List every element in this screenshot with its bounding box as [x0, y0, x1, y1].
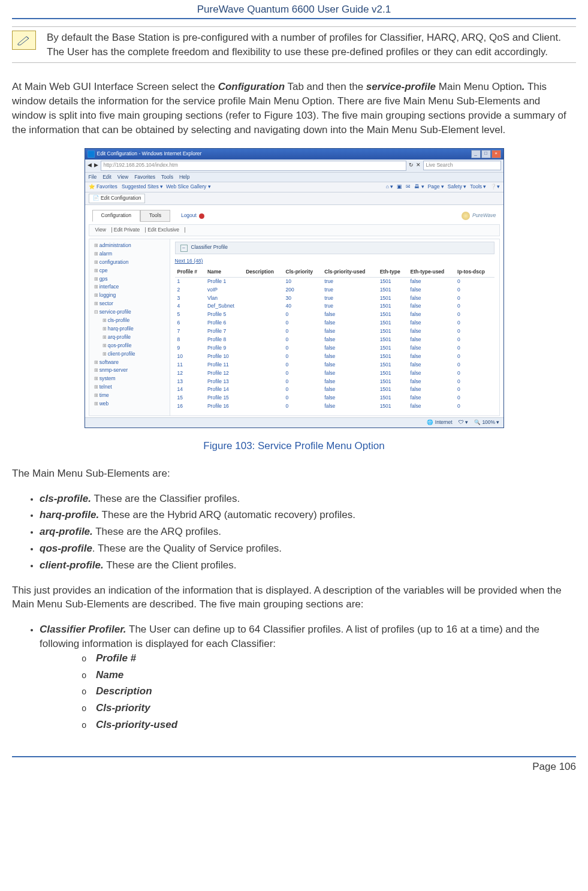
back-button[interactable]: ◀ [88, 162, 92, 169]
table-row[interactable]: 16Profile 160false1501false0 [175, 402, 494, 411]
pager-link[interactable]: Next 16 (48) [175, 258, 494, 265]
tree-telnet[interactable]: telnet [91, 383, 168, 392]
page-menu[interactable]: Page ▾ [428, 183, 444, 191]
table-cell: false [408, 402, 456, 411]
menu-edit[interactable]: Edit [102, 174, 111, 181]
table-cell [243, 311, 283, 319]
table-row[interactable]: 2voIP200true1501false0 [175, 286, 494, 294]
figure-caption: Figure 103: Service Profile Menu Option [12, 439, 576, 453]
tab-tools[interactable]: Tools [140, 210, 170, 222]
tree-service-profile[interactable]: service-profile [91, 308, 168, 317]
pencil-note-icon [12, 31, 36, 50]
intro-figure-ref: Figure 103 [264, 110, 312, 121]
search-box[interactable]: Live Search [423, 161, 501, 170]
table-cell: true [322, 302, 377, 311]
close-button[interactable]: × [491, 150, 501, 158]
address-bar[interactable]: http://192.168.205.104/index.htm [101, 161, 406, 171]
table-cell: 0 [455, 353, 494, 361]
table-row[interactable]: 13Profile 130false1501false0 [175, 378, 494, 386]
section-header[interactable]: –Classifier Profile [175, 242, 494, 254]
suggested-sites[interactable]: Suggested Sites ▾ [122, 183, 163, 189]
tree-web[interactable]: web [91, 400, 168, 408]
table-row[interactable]: 7Profile 70false1501false0 [175, 327, 494, 336]
tree-snmp-server[interactable]: snmp-server [91, 366, 168, 375]
help-icon[interactable]: ❔▾ [490, 183, 500, 191]
table-cell: 0 [284, 353, 322, 361]
safety-menu[interactable]: Safety ▾ [448, 183, 466, 191]
tree-cls-profile[interactable]: cls-profile [99, 317, 168, 325]
table-row[interactable]: 6Profile 60false1501false0 [175, 319, 494, 327]
home-icon[interactable]: ⌂ ▾ [386, 183, 394, 191]
maximize-button[interactable]: □ [481, 150, 491, 158]
menu-favorites[interactable]: Favorites [134, 174, 155, 181]
tree-gps[interactable]: gps [91, 275, 168, 284]
collapse-icon[interactable]: – [180, 245, 188, 252]
table-row[interactable]: 5Profile 50false1501false0 [175, 311, 494, 319]
tree-software[interactable]: software [91, 359, 168, 367]
table-cell: false [408, 319, 456, 327]
forward-button[interactable]: ▶ [94, 162, 98, 169]
table-row[interactable]: 12Profile 120false1501false0 [175, 369, 494, 378]
table-cell: Profile 8 [205, 336, 243, 344]
table-row[interactable]: 3Vlan30true1501false0 [175, 294, 494, 303]
table-row[interactable]: 4Def_Subnet40true1501false0 [175, 302, 494, 311]
tree-administration[interactable]: administration [91, 242, 168, 250]
table-cell: 0 [455, 311, 494, 319]
logout-link[interactable]: Logout [181, 212, 204, 219]
table-cell: false [322, 344, 377, 353]
tree-configuration[interactable]: configuration [91, 258, 168, 267]
table-cell: true [322, 286, 377, 294]
tools-menu[interactable]: Tools ▾ [470, 183, 486, 191]
table-cell [243, 336, 283, 344]
table-row[interactable]: 14Profile 140false1501false0 [175, 386, 494, 394]
menu-file[interactable]: File [89, 174, 97, 181]
tree-qos-profile[interactable]: qos-profile [99, 342, 168, 350]
feeds-icon[interactable]: ▣ [397, 183, 402, 191]
table-cell [243, 353, 283, 361]
table-cell: false [408, 386, 456, 394]
tree-interface[interactable]: interface [91, 283, 168, 291]
print-icon[interactable]: 🖶 ▾ [414, 183, 424, 191]
web-slice-gallery[interactable]: Web Slice Gallery ▾ [166, 183, 211, 189]
table-row[interactable]: 9Profile 90false1501false0 [175, 344, 494, 353]
table-cell: 16 [175, 402, 205, 411]
table-cell: 0 [455, 402, 494, 411]
list-item: harq-profile. These are the Hybrid ARQ (… [40, 508, 576, 522]
zoom-level[interactable]: 🔍 100% ▾ [474, 419, 500, 426]
tree-alarm[interactable]: alarm [91, 250, 168, 258]
mail-icon[interactable]: ✉ [406, 183, 411, 191]
tree-sector[interactable]: sector [91, 300, 168, 308]
intro-config: Configuration [218, 81, 285, 92]
menu-tools[interactable]: Tools [161, 174, 173, 181]
favorites-label[interactable]: ⭐ Favorites [89, 183, 117, 189]
mode-edit-private[interactable]: Edit Private [114, 227, 140, 233]
tree-system[interactable]: system [91, 375, 168, 383]
table-row[interactable]: 10Profile 100false1501false0 [175, 353, 494, 361]
tree-client-profile[interactable]: client-profile [99, 350, 168, 359]
tree-harq-profile[interactable]: harq-profile [99, 325, 168, 333]
mode-edit-exclusive[interactable]: Edit Exclusive [147, 227, 179, 233]
table-row[interactable]: 1Profile 110true1501false0 [175, 277, 494, 285]
menu-view[interactable]: View [117, 174, 128, 181]
tab-configuration[interactable]: Configuration [92, 210, 141, 222]
tree-logging[interactable]: logging [91, 291, 168, 300]
minimize-button[interactable]: _ [471, 150, 481, 158]
browser-tab[interactable]: 📄 Edit Configuration [89, 194, 146, 203]
table-row[interactable]: 15Profile 150false1501false0 [175, 394, 494, 402]
table-cell: false [322, 378, 377, 386]
table-row[interactable]: 11Profile 110false1501false0 [175, 361, 494, 369]
tree-time[interactable]: time [91, 392, 168, 400]
menu-help[interactable]: Help [179, 174, 189, 181]
table-cell [243, 369, 283, 378]
tree-cpe[interactable]: cpe [91, 267, 168, 275]
sub-element-list: cls-profile. These are the Classifier pr… [12, 492, 576, 573]
table-cell: false [322, 336, 377, 344]
list-item: qos-profile. These are the Quality of Se… [40, 541, 576, 556]
stop-icon[interactable]: ✕ [416, 162, 421, 169]
table-row[interactable]: 8Profile 80false1501false0 [175, 336, 494, 344]
table-cell: false [322, 402, 377, 411]
note-block: By default the Base Station is pre-confi… [12, 26, 576, 64]
refresh-icon[interactable]: ↻ [409, 162, 414, 169]
mode-view[interactable]: View [95, 227, 106, 233]
tree-arq-profile[interactable]: arq-profile [99, 333, 168, 342]
